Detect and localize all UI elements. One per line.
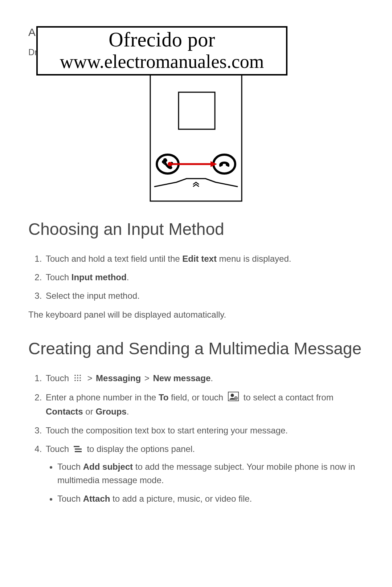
- list-item: Select the input method.: [44, 289, 364, 302]
- keyboard-note: The keyboard panel will be displayed aut…: [28, 308, 364, 321]
- add-subject-label: Add subject: [83, 462, 133, 472]
- edit-text-label: Edit text: [182, 254, 217, 264]
- messaging-label: Messaging: [96, 373, 141, 383]
- step-text: .: [211, 373, 213, 383]
- step-text: Touch: [46, 373, 72, 383]
- step-text: to add a picture, music, or video file.: [110, 494, 252, 504]
- apps-grid-icon: [74, 372, 82, 386]
- svg-point-14: [74, 380, 76, 381]
- phone-incoming-call-diagram: [150, 70, 242, 202]
- step-text: to select a contact from: [244, 392, 334, 402]
- svg-point-16: [79, 380, 81, 381]
- step-text: Touch: [46, 444, 72, 454]
- to-field-label: To: [159, 392, 169, 402]
- svg-point-7: [168, 162, 172, 166]
- list-item: Touch and hold a text field until the Ed…: [44, 252, 364, 265]
- breadcrumb-sep: >: [144, 373, 150, 383]
- list-item: Touch > Messaging > New message.: [44, 371, 364, 386]
- options-bullets: Touch Add subject to add the message sub…: [46, 460, 364, 506]
- svg-point-11: [74, 377, 76, 379]
- groups-label: Groups: [95, 407, 126, 416]
- step-text: menu is displayed.: [217, 254, 291, 264]
- list-item: Touch the composition text box to start …: [44, 424, 364, 437]
- step-text: Select the input method.: [46, 291, 140, 301]
- step-text: field, or touch: [168, 392, 225, 402]
- watermark-box: Ofrecido por www.electromanuales.com: [36, 26, 287, 76]
- svg-rect-2: [179, 92, 215, 129]
- list-item: Enter a phone number in the To field, or…: [44, 391, 364, 418]
- heading-input-method: Choosing an Input Method: [28, 218, 364, 240]
- svg-point-10: [79, 375, 81, 376]
- list-item: Touch to display the options panel. Touc…: [44, 442, 364, 506]
- step-text: Touch: [57, 494, 83, 504]
- add-contact-icon: [228, 391, 239, 405]
- svg-point-12: [77, 377, 78, 379]
- watermark-line1: Ofrecido por: [41, 28, 282, 52]
- svg-point-13: [79, 377, 81, 379]
- input-method-label: Input method: [72, 272, 127, 282]
- manual-page: Ofrecido por www.electromanuales.com Ans…: [0, 26, 392, 533]
- svg-point-8: [74, 375, 76, 376]
- step-text: to display the options panel.: [87, 444, 195, 454]
- list-item: Touch Add subject to add the message sub…: [57, 460, 364, 487]
- new-message-label: New message: [153, 373, 211, 383]
- heading-mms: Creating and Sending a Multimedia Messag…: [28, 337, 364, 360]
- step-text: Touch: [57, 462, 83, 472]
- list-item: Touch Input method.: [44, 270, 364, 284]
- step-text: .: [127, 407, 129, 416]
- mms-steps: Touch > Messaging > New message. Enter a…: [28, 371, 364, 506]
- watermark-line2: www.electromanuales.com: [41, 52, 282, 72]
- svg-point-9: [77, 375, 78, 376]
- contacts-label: Contacts: [46, 407, 83, 416]
- svg-point-18: [230, 394, 234, 397]
- step-text: Touch the composition text box to start …: [46, 425, 288, 435]
- step-text: Touch and hold a text field until the: [46, 254, 182, 264]
- svg-point-15: [77, 380, 78, 381]
- input-method-steps: Touch and hold a text field until the Ed…: [28, 252, 364, 303]
- step-text: Touch: [46, 272, 72, 282]
- svg-rect-1: [150, 71, 242, 201]
- menu-icon: [74, 443, 82, 456]
- step-text: or: [83, 407, 96, 416]
- breadcrumb-sep: >: [87, 373, 92, 383]
- attach-label: Attach: [83, 494, 110, 504]
- step-text: .: [127, 272, 129, 282]
- step-text: Enter a phone number in the: [46, 392, 159, 402]
- list-item: Touch Attach to add a picture, music, or…: [57, 492, 364, 505]
